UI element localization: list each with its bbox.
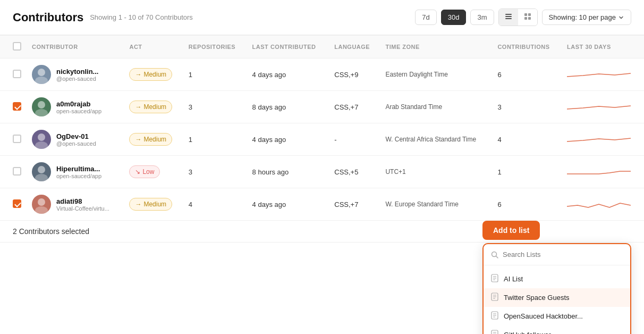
row-checkbox-cell[interactable] [0,91,27,123]
repositories-cell: 4 [183,188,247,221]
list-doc-icon [491,330,498,334]
list-doc-icon [491,293,498,303]
svg-point-7 [38,69,45,76]
time-filter-3m[interactable]: 3m [470,10,494,25]
selected-count-label: 2 Contributors selected [13,227,89,236]
svg-rect-2 [505,18,512,19]
contributor-cell: Hiperultima... open-sauced/app [27,156,124,188]
list-item[interactable]: Twitter Space Guests [484,288,630,307]
contributions-cell: 6 [492,59,562,91]
contributor-name: nickytonlin... [56,68,98,76]
col-last-contributed: LAST CONTRIBUTED [247,36,329,59]
last-contributed-cell: 8 hours ago [247,156,329,188]
lists-dropdown-panel: AI List Twitter Space Guests OpenSauced … [482,243,631,334]
last-contributed-cell: 4 days ago [247,123,329,156]
list-item[interactable]: AI List [484,270,630,288]
header-controls: 7d 30d 3m Showing: 10 per page [415,9,631,26]
svg-line-18 [496,256,498,258]
repositories-cell: 3 [183,156,247,188]
col-contributor: CONTRIBUTOR [27,36,124,59]
contributions-cell: 6 [492,188,562,221]
contributor-name: a0m0rajab [56,100,101,108]
act-cell: → Medium [124,123,183,156]
time-filter-30d[interactable]: 30d [441,10,467,25]
act-badge: → Medium [129,133,172,146]
chart-cell [562,123,644,156]
act-cell: → Medium [124,59,183,91]
list-item-label: GitHub follower [504,331,551,334]
language-cell: CSS,+7 [329,91,380,123]
contributor-handle: @open-sauced [56,76,98,82]
col-contributions: CONTRIBUTIONS [492,36,562,59]
contributor-cell: OgDev-01 @open-sauced [27,123,124,156]
selected-bar: 2 Contributors selected Add to list AI L… [0,221,644,243]
col-timezone: TIME ZONE [380,36,492,59]
timezone-cell: Eastern Daylight Time [380,59,492,91]
col-last-30-days: LAST 30 DAYS [562,36,644,59]
search-lists-container [484,244,630,265]
list-item-label: Twitter Space Guests [504,294,570,302]
repositories-cell: 1 [183,123,247,156]
list-item[interactable]: GitHub follower [484,325,630,334]
contributor-cell: a0m0rajab open-sauced/app [27,91,124,123]
avatar [32,97,51,116]
list-view-btn[interactable] [499,9,518,26]
timezone-cell: Arab Standard Time [380,91,492,123]
add-to-list-button[interactable]: Add to list [482,221,540,240]
language-cell: - [329,123,380,156]
language-cell: CSS,+7 [329,188,380,221]
view-toggle [498,9,538,26]
svg-rect-4 [528,13,531,16]
per-page-select[interactable]: Showing: 10 per page [542,10,631,25]
avatar [32,195,51,214]
table-row: Hiperultima... open-sauced/app ↘ Low 3 8… [0,156,644,188]
row-checkbox-cell[interactable] [0,59,27,91]
row-checkbox[interactable] [13,199,21,208]
add-to-list-popup: Add to list AI List Twitter Space Guests [482,221,631,334]
search-lists-input[interactable] [503,250,623,258]
contributor-cell: nickytonlin... @open-sauced [27,59,124,91]
act-badge: → Medium [129,101,172,113]
svg-rect-3 [524,13,527,16]
row-checkbox[interactable] [13,70,21,78]
contributor-name: OgDev-01 [56,132,96,140]
row-checkbox[interactable] [13,167,21,176]
table-row: OgDev-01 @open-sauced → Medium 1 4 days … [0,123,644,156]
col-language: LANGUAGE [329,36,380,59]
svg-rect-5 [524,17,527,20]
search-icon [491,251,498,258]
table-row: a0m0rajab open-sauced/app → Medium 3 8 d… [0,91,644,123]
list-item[interactable]: OpenSauced Hacktober... [484,307,630,325]
timezone-cell: W. Central Africa Standard Time [380,123,492,156]
act-arrow: → [135,71,141,78]
contributor-cell: adiati98 Virtual-Coffee/virtu... [27,188,124,221]
repositories-cell: 1 [183,59,247,91]
contributors-table: CONTRIBUTOR ACT REPOSITORIES LAST CONTRI… [0,35,644,221]
list-item-label: OpenSauced Hacktober... [504,312,583,320]
svg-rect-1 [505,16,512,17]
contributor-name: adiati98 [56,197,109,205]
avatar [32,130,51,149]
avatar [32,162,51,181]
showing-subtitle: Showing 1 - 10 of 70 Contributors [90,13,193,21]
last-contributed-cell: 4 days ago [247,59,329,91]
list-doc-icon [491,274,498,284]
row-checkbox[interactable] [13,102,21,111]
row-checkbox[interactable] [13,135,21,143]
svg-point-9 [38,101,45,108]
svg-point-11 [38,133,45,141]
svg-rect-0 [505,14,512,15]
contributor-handle: @open-sauced [56,140,96,147]
act-cell: → Medium [124,91,183,123]
repositories-cell: 3 [183,91,247,123]
row-checkbox-cell[interactable] [0,123,27,156]
contributions-cell: 3 [492,91,562,123]
time-filter-7d[interactable]: 7d [415,10,436,25]
avatar [32,65,51,84]
row-checkbox-cell[interactable] [0,156,27,188]
grid-view-btn[interactable] [518,9,537,26]
row-checkbox-cell[interactable] [0,188,27,221]
act-badge: → Medium [129,68,172,81]
select-all-checkbox[interactable] [13,42,21,51]
list-doc-icon [491,311,498,321]
